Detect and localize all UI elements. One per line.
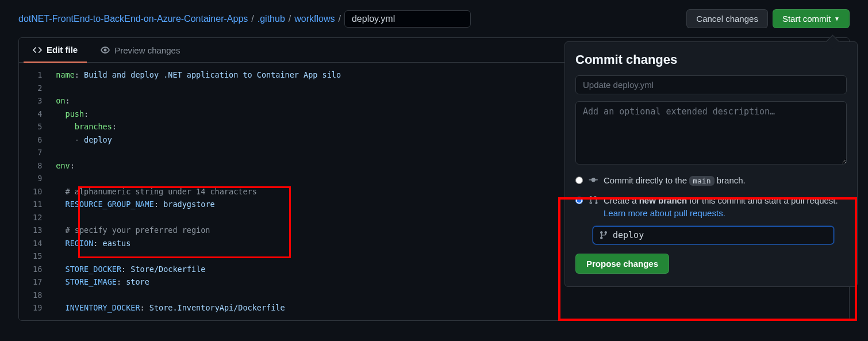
git-branch-icon xyxy=(599,231,608,240)
learn-more-link[interactable]: Learn more about pull requests. xyxy=(604,208,725,218)
start-commit-label: Start commit xyxy=(782,14,831,24)
commit-panel-title: Commit changes xyxy=(575,52,847,67)
breadcrumb-sep: / xyxy=(289,14,291,24)
option-new-branch-text: Create a new branch for this commit and … xyxy=(604,194,847,220)
caret-down-icon: ▼ xyxy=(834,16,840,22)
propose-changes-button[interactable]: Propose changes xyxy=(575,254,669,274)
main-branch-badge: main xyxy=(689,176,714,186)
branch-name-input[interactable] xyxy=(613,230,828,240)
tab-preview-label: Preview changes xyxy=(114,45,180,55)
breadcrumb: dotNET-FrontEnd-to-BackEnd-on-Azure-Cont… xyxy=(18,10,682,28)
option-commit-direct-text: Commit directly to the main branch. xyxy=(604,174,746,187)
commit-panel: Commit changes Commit directly to the ma… xyxy=(564,41,858,287)
radio-new-branch[interactable] xyxy=(575,197,583,204)
topbar: dotNET-FrontEnd-to-BackEnd-on-Azure-Cont… xyxy=(0,0,868,37)
breadcrumb-seg-workflows[interactable]: workflows xyxy=(294,14,335,24)
cancel-changes-button[interactable]: Cancel changes xyxy=(686,9,768,28)
radio-commit-direct[interactable] xyxy=(575,177,583,184)
tab-preview-changes[interactable]: Preview changes xyxy=(91,39,189,62)
eye-icon xyxy=(101,45,110,55)
code-icon xyxy=(33,45,42,55)
line-gutter: 12345678910111213141516171819 xyxy=(19,63,49,320)
branch-name-input-wrap[interactable] xyxy=(593,226,834,244)
commit-description-textarea[interactable] xyxy=(575,101,847,164)
filename-input[interactable] xyxy=(344,10,471,28)
git-commit-icon xyxy=(589,175,598,189)
breadcrumb-repo[interactable]: dotNET-FrontEnd-to-BackEnd-on-Azure-Cont… xyxy=(18,14,248,24)
start-commit-button[interactable]: Start commit ▼ xyxy=(773,9,850,28)
tab-edit-label: Edit file xyxy=(47,45,78,55)
breadcrumb-sep: / xyxy=(251,14,254,24)
commit-summary-input[interactable] xyxy=(575,75,847,94)
breadcrumb-sep: / xyxy=(338,14,340,24)
tab-edit-file[interactable]: Edit file xyxy=(24,38,87,63)
option-new-branch[interactable]: Create a new branch for this commit and … xyxy=(575,194,847,220)
breadcrumb-seg-github[interactable]: .github xyxy=(258,14,285,24)
git-pull-request-icon xyxy=(589,196,598,209)
option-commit-direct[interactable]: Commit directly to the main branch. xyxy=(575,174,847,189)
